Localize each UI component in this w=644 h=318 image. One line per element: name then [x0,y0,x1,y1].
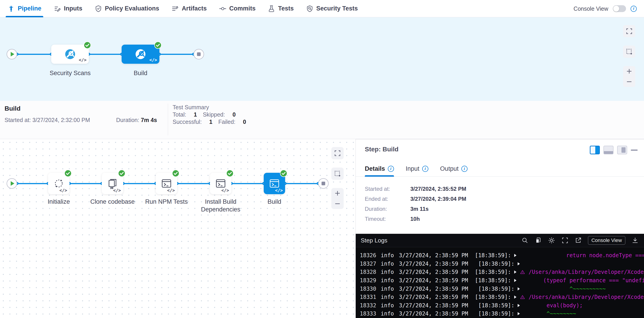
step-node-initialize[interactable]: </> [48,173,70,194]
tab-label: Pipeline [18,5,42,12]
marquee-select-icon [334,170,341,177]
log-message: /Users/anka/Library/Developer/Xcode/De [528,269,644,275]
warning-icon [520,270,525,275]
zoom-out-icon [334,201,340,207]
minimize-icon[interactable] [631,150,638,151]
log-prefix: [18:38:59]: [475,252,511,259]
tab-security-tests[interactable]: Security Tests [306,0,358,17]
fullscreen-button[interactable] [623,25,635,37]
log-row[interactable]: 18327info3/27/2024, 2:38:59 PM[18:38:59]… [356,260,644,268]
zoom-in-button[interactable] [623,66,635,76]
step-label[interactable]: Build [249,198,300,206]
zoom-in-icon [626,68,632,74]
stage-label[interactable]: Security Scans [45,69,95,77]
zoom-in-button[interactable] [331,188,344,198]
expand-caret-icon[interactable] [518,304,520,307]
step-details-panel: Step: Build Details i Input i [356,139,644,318]
log-prefix: [18:38:59]: [478,302,514,309]
tab-artifacts[interactable]: Artifacts [172,0,207,17]
zoom-in-icon [334,190,340,196]
test-summary: Test Summary Total: 1Skipped: 0 Successf… [172,104,252,125]
step-node-build[interactable]: </> [264,173,285,194]
log-level: info [381,302,394,309]
step-logs-console[interactable]: 18326info3/27/2024, 2:38:59 PM[18:38:59]… [356,247,644,318]
tab-commits[interactable]: Commits [219,0,256,17]
duration-text: Duration: 7m 4s [116,117,157,123]
step-node-install-build-dependencies[interactable]: </> [210,173,231,194]
log-timestamp: 3/27/2024, 2:38:59 PM [399,252,468,259]
step-node-run-npm-tests[interactable]: </> [156,173,177,194]
step-logs-title: Step Logs [361,237,387,244]
step-label[interactable]: Run NPM Tests [142,198,192,206]
expand-caret-icon[interactable] [518,287,520,291]
code-icon: </> [79,57,86,62]
detail-row: Ended at: 3/27/2024, 2:39:04 PM [365,194,466,204]
log-line-number: 18327 [360,261,376,267]
step-label[interactable]: Clone codebase [88,198,138,206]
console-view-button[interactable]: Console View [588,236,625,245]
split-view-icon[interactable] [590,146,600,154]
log-row[interactable]: 18332info3/27/2024, 2:38:59 PM[18:38:59]… [356,301,644,310]
zoom-out-button[interactable] [331,199,344,209]
log-row[interactable]: 18330info3/27/2024, 2:38:59 PM[18:38:59]… [356,285,644,293]
top-nav: Pipeline Inputs Policy Evaluations Artif… [0,0,644,17]
expand-caret-icon[interactable] [514,296,516,299]
expand-caret-icon[interactable] [518,262,520,266]
tab-details[interactable]: Details i [365,161,394,177]
detail-row: Duration: 3m 11s [365,204,466,214]
download-icon[interactable] [632,237,638,244]
fullscreen-button[interactable] [331,147,344,159]
log-line-number: 18330 [360,286,376,292]
step-logs-header: Step Logs Console View [356,234,644,247]
tab-inputs[interactable]: Inputs [54,0,82,17]
tab-input[interactable]: Input i [406,161,428,177]
stop-icon [197,52,200,56]
log-row[interactable]: 18328info3/27/2024, 2:38:59 PM[18:38:59]… [356,268,644,276]
tests-icon [268,5,275,12]
log-row[interactable]: 18329info3/27/2024, 2:38:59 PM[18:38:59]… [356,276,644,285]
tab-pipeline[interactable]: Pipeline [8,0,42,17]
stage-node-build[interactable]: </> [122,45,160,64]
tab-output[interactable]: Output i [440,161,468,177]
log-line-number: 18333 [360,311,376,317]
search-icon[interactable] [522,237,528,244]
marquee-select-button[interactable] [623,45,635,58]
stage-node-security-scans[interactable]: </> [51,45,89,64]
log-row[interactable]: 18331info3/27/2024, 2:38:59 PM[18:38:59]… [356,293,644,301]
stage-connector-line [12,54,199,55]
log-timestamp: 3/27/2024, 2:38:59 PM [399,302,472,309]
bottom-view-icon[interactable] [604,146,614,154]
zoom-out-button[interactable] [623,77,635,87]
expand-caret-icon[interactable] [514,279,516,282]
info-icon[interactable]: i [388,166,394,172]
info-icon[interactable]: i [422,166,428,172]
log-row[interactable]: 18333info3/27/2024, 2:38:59 PM[18:38:59]… [356,310,644,318]
expand-caret-icon[interactable] [514,271,516,274]
log-row[interactable]: 18326info3/27/2024, 2:38:59 PM[18:38:59]… [356,251,644,260]
console-view-toggle[interactable] [613,5,626,12]
expand-fullscreen-icon[interactable] [562,237,568,244]
step-node-clone-codebase[interactable]: </> [102,173,123,194]
tab-policy-evaluations[interactable]: Policy Evaluations [95,0,160,17]
info-icon[interactable]: i [630,6,637,12]
detail-value: 3/27/2024, 2:39:04 PM [410,196,466,202]
marquee-select-icon [626,48,632,55]
log-timestamp: 3/27/2024, 2:38:59 PM [399,269,468,275]
settings-gear-icon[interactable] [548,237,555,244]
step-label[interactable]: Initialize [34,198,84,206]
play-icon [11,181,14,186]
copy-icon[interactable] [535,237,542,244]
external-link-icon[interactable] [575,237,582,244]
expand-caret-icon[interactable] [514,254,516,257]
step-graph-canvas[interactable]: </> </> </> [0,139,356,318]
floating-view-icon[interactable] [617,146,627,154]
info-icon[interactable]: i [461,166,468,172]
build-title: Build [4,105,20,112]
tab-tests[interactable]: Tests [268,0,294,17]
stage-label[interactable]: Build [116,69,166,77]
marquee-select-button[interactable] [331,168,344,180]
step-label[interactable]: Install Build Dependencies [196,198,246,213]
stage-graph-canvas[interactable]: </> </> Security Scans Build [0,17,644,101]
stage-start-node [6,178,17,189]
expand-caret-icon[interactable] [518,312,520,315]
